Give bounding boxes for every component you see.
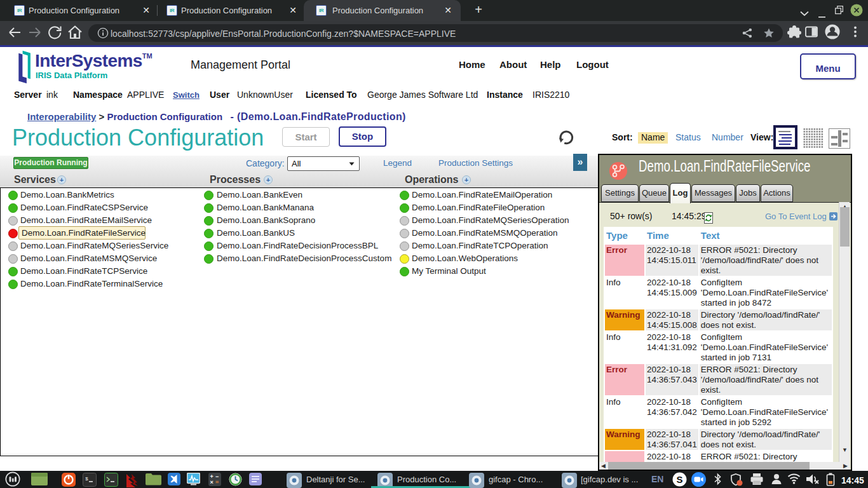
svg-text:=: = xyxy=(215,479,219,485)
svg-text:S: S xyxy=(677,474,683,485)
svg-text:×: × xyxy=(210,479,214,485)
svg-text:$: $ xyxy=(85,476,88,482)
